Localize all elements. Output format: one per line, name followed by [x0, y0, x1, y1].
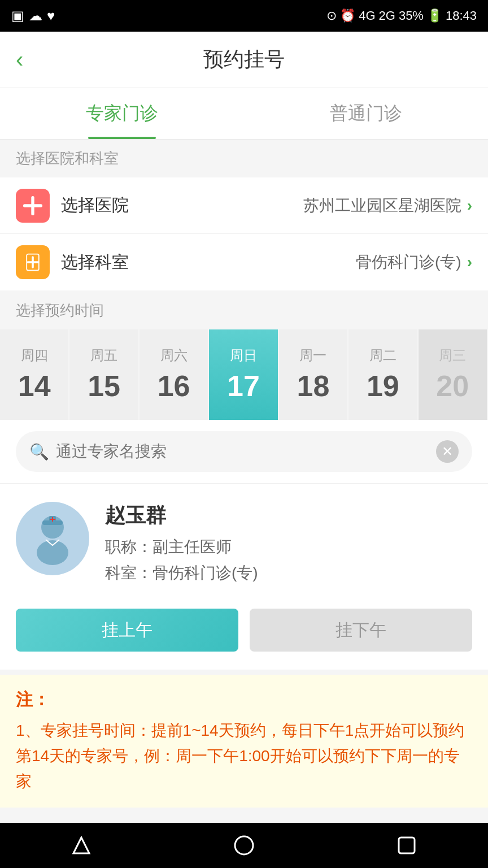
- department-chevron-icon: ›: [467, 253, 472, 271]
- svg-point-8: [235, 836, 253, 854]
- section-time-label: 选择预约时间: [0, 292, 488, 329]
- date-cell-sat16[interactable]: 周六 16: [140, 329, 209, 420]
- svg-marker-7: [73, 837, 89, 853]
- nav-home-button[interactable]: [227, 828, 261, 862]
- tab-bar: 专家门诊 普通门诊: [0, 88, 488, 140]
- notice-text: 1、专家挂号时间：提前1~14天预约，每日下午1点开始可以预约第14天的专家号，…: [16, 718, 472, 794]
- select-hospital-row[interactable]: 选择医院 苏州工业园区星湖医院 ›: [0, 177, 488, 234]
- health-icon: ♥: [47, 8, 55, 24]
- hospital-dept-section: 选择医院 苏州工业园区星湖医院 › 选择科室 骨伤科门诊(专) ›: [0, 177, 488, 290]
- cloud-icon: ☁: [29, 8, 42, 24]
- date-cell-tue19[interactable]: 周二 19: [348, 329, 418, 420]
- doctor-avatar: [16, 502, 89, 575]
- date-cell-thu14[interactable]: 周四 14: [0, 329, 69, 420]
- doctor-title: 职称：副主任医师: [105, 536, 472, 558]
- search-icon: 🔍: [29, 442, 49, 461]
- nav-recent-button[interactable]: [390, 828, 424, 862]
- bottom-navigation: [0, 823, 488, 868]
- tab-expert[interactable]: 专家门诊: [0, 88, 244, 139]
- date-picker: 周四 14 周五 15 周六 16 周日 17 周一 18 周二 19 周三 2…: [0, 329, 488, 420]
- department-label: 选择科室: [61, 251, 151, 274]
- section-hospital-dept-label: 选择医院和科室: [0, 140, 488, 177]
- department-value: 骨伤科门诊(专): [151, 251, 461, 273]
- back-button[interactable]: ‹: [16, 47, 23, 72]
- search-input[interactable]: [56, 442, 429, 461]
- hospital-value: 苏州工业园区星湖医院: [151, 195, 461, 216]
- search-section: 🔍 ✕: [0, 420, 488, 484]
- date-cell-wed20: 周三 20: [419, 329, 488, 420]
- doctor-card: 赵玉群 职称：副主任医师 科室：骨伤科门诊(专) 挂上午 挂下午: [0, 484, 488, 670]
- svg-rect-5: [50, 519, 55, 520]
- date-cell-mon18[interactable]: 周一 18: [279, 329, 348, 420]
- clock: 18:43: [446, 8, 477, 23]
- search-clear-button[interactable]: ✕: [436, 440, 459, 463]
- doctor-details: 赵玉群 职称：副主任医师 科室：骨伤科门诊(专): [105, 502, 472, 588]
- status-left-icons: ▣ ☁ ♥: [11, 8, 55, 24]
- hospital-label: 选择医院: [61, 194, 151, 217]
- battery-percent: 35%: [399, 8, 424, 23]
- signal-2g: 2G: [379, 8, 395, 23]
- notice-section: 注： 1、专家挂号时间：提前1~14天预约，每日下午1点开始可以预约第14天的专…: [0, 675, 488, 808]
- hospital-chevron-icon: ›: [467, 197, 472, 215]
- status-bar: ▣ ☁ ♥ ⊙ ⏰ 4G 2G 35% 🔋 18:43: [0, 0, 488, 32]
- svg-rect-9: [399, 837, 415, 853]
- tab-general[interactable]: 普通门诊: [244, 88, 488, 139]
- morning-appointment-button[interactable]: 挂上午: [16, 609, 238, 652]
- page-title: 预约挂号: [203, 46, 285, 73]
- svg-point-6: [37, 540, 68, 565]
- hospital-icon: [16, 189, 50, 223]
- alarm-icon: ⏰: [340, 8, 355, 23]
- doctor-actions: 挂上午 挂下午: [16, 609, 472, 652]
- page-header: ‹ 预约挂号: [0, 32, 488, 88]
- doctor-dept: 科室：骨伤科门诊(专): [105, 562, 472, 584]
- department-icon: [16, 245, 50, 279]
- status-right-info: ⊙ ⏰ 4G 2G 35% 🔋 18:43: [326, 8, 477, 23]
- notice-title: 注：: [16, 688, 472, 711]
- signal-4g: 4G: [359, 8, 375, 23]
- date-cell-sun17[interactable]: 周日 17: [209, 329, 278, 420]
- date-cell-fri15[interactable]: 周五 15: [69, 329, 139, 420]
- afternoon-appointment-button[interactable]: 挂下午: [250, 609, 472, 652]
- doctor-name: 赵玉群: [105, 502, 472, 530]
- battery-icon: 🔋: [427, 8, 442, 23]
- nav-back-button[interactable]: [64, 828, 98, 862]
- select-department-row[interactable]: 选择科室 骨伤科门诊(专) ›: [0, 234, 488, 290]
- search-input-wrapper[interactable]: 🔍 ✕: [16, 431, 472, 472]
- location-icon: ⊙: [326, 8, 337, 23]
- wallet-icon: ▣: [11, 8, 24, 24]
- doctor-info: 赵玉群 职称：副主任医师 科室：骨伤科门诊(专): [16, 502, 472, 588]
